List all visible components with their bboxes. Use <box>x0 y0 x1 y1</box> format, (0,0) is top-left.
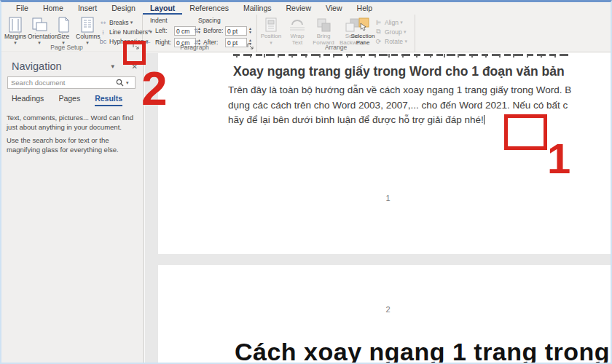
annotation-box-step1 <box>504 114 547 150</box>
paragraph-dialog-launcher[interactable] <box>247 43 254 50</box>
tab-home[interactable]: Home <box>36 2 71 15</box>
document-page-2[interactable]: 2 Cách xoay ngang 1 trang trong <box>158 265 611 363</box>
line-numbers-icon: ⁝ <box>98 28 108 36</box>
paragraph-line: dụng các cách trên cho Word 2003, 2007,.… <box>228 98 571 114</box>
navigation-pane: Navigation ▼ ✕ ▾ Headings Pages Results … <box>1 53 144 363</box>
nav-tab-headings[interactable]: Headings <box>12 94 44 106</box>
align-button: ⊫ Align ▾ <box>374 17 407 27</box>
text-cursor <box>484 115 484 124</box>
group-arrange: Position ▾ Wrap Text Bring Forward Send <box>257 15 415 52</box>
paragraph-line: Trên đây là toàn bộ hướng dẫn về cách xo… <box>228 83 571 98</box>
tab-review[interactable]: Review <box>279 2 318 15</box>
align-icon: ⊫ <box>374 19 383 26</box>
ribbon: File Home Insert Design Layout Reference… <box>1 2 611 52</box>
tab-references[interactable]: References <box>182 2 236 15</box>
spacing-before-icon: ⇅ <box>194 28 203 34</box>
wrap-text-icon <box>285 16 310 33</box>
margins-button[interactable]: Margins ▾ <box>4 16 27 45</box>
annotation-number-2: 2 <box>141 62 168 116</box>
bring-forward-icon <box>311 16 336 33</box>
navigation-pane-title: Navigation <box>12 60 110 72</box>
spacing-before-input[interactable]: 0 pt <box>225 26 247 36</box>
search-input[interactable] <box>8 79 116 87</box>
clipped-text-line <box>233 54 568 58</box>
selection-pane-icon <box>350 16 375 33</box>
tab-file[interactable]: File <box>9 2 36 15</box>
nav-help-text-1: Text, comments, pictures... Word can fin… <box>7 113 136 132</box>
size-icon <box>52 16 75 33</box>
margins-icon <box>4 16 27 33</box>
group-paragraph: Indent Spacing ⇥ Left: 0 cm ▲▼ ⇤ Right: … <box>143 15 257 52</box>
group-button: ⧉ Group ▾ <box>374 27 407 36</box>
group-icon: ⧉ <box>374 28 383 36</box>
nav-tab-results[interactable]: Results <box>95 94 122 106</box>
group-page-setup: Margins ▾ Orientation ▾ Size ▾ <box>1 15 143 52</box>
search-icon[interactable] <box>116 79 126 87</box>
tab-mailings[interactable]: Mailings <box>236 2 279 15</box>
spacing-before-stepper[interactable]: ▲▼ <box>247 26 254 36</box>
position-icon <box>259 16 283 33</box>
search-box[interactable]: ▾ <box>7 76 136 89</box>
tab-view[interactable]: View <box>318 2 350 15</box>
orientation-icon <box>28 16 51 33</box>
chevron-down-icon[interactable]: ▾ <box>126 80 135 86</box>
columns-icon <box>76 16 99 33</box>
columns-button[interactable]: Columns ▾ <box>76 16 99 45</box>
document-heading-1: Xoay ngang trang giấy trong Word cho 1 đ… <box>233 64 565 79</box>
nav-help-text-2: Use the search box for text or the magni… <box>7 135 136 154</box>
document-canvas[interactable]: Xoay ngang trang giấy trong Word cho 1 đ… <box>145 53 611 363</box>
document-heading-2: Cách xoay ngang 1 trang trong <box>235 338 610 363</box>
tab-design[interactable]: Design <box>104 2 143 15</box>
page-number-1: 1 <box>158 194 611 202</box>
chevron-down-icon[interactable]: ▼ <box>110 63 116 70</box>
indent-left-icon: ⇥ <box>146 28 154 34</box>
wrap-text-button: Wrap Text <box>285 16 310 46</box>
tab-insert[interactable]: Insert <box>71 2 104 15</box>
page-number-2: 2 <box>158 305 611 314</box>
annotation-number-1: 1 <box>547 134 570 183</box>
tab-layout[interactable]: Layout <box>143 2 182 15</box>
bring-forward-button: Bring Forward <box>311 16 336 46</box>
tab-help[interactable]: Help <box>350 2 380 15</box>
size-button[interactable]: Size ▾ <box>52 16 75 45</box>
ribbon-tab-row: File Home Insert Design Layout Reference… <box>1 2 611 15</box>
position-button: Position ▾ <box>259 16 283 45</box>
document-page-1[interactable]: Xoay ngang trang giấy trong Word cho 1 đ… <box>158 53 611 254</box>
orientation-button[interactable]: Orientation ▾ <box>28 16 51 45</box>
indent-left-input[interactable]: 0 cm <box>174 26 196 36</box>
nav-tab-pages[interactable]: Pages <box>58 94 80 106</box>
breaks-icon: ⇿ <box>98 19 108 26</box>
selection-pane-button[interactable]: Selection Pane <box>350 16 375 46</box>
